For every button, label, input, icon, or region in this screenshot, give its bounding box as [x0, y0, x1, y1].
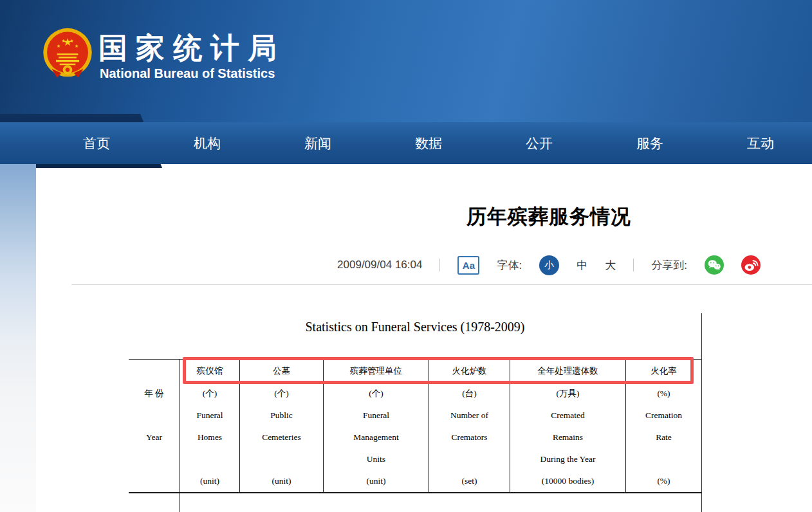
table-cell [129, 360, 180, 383]
table-cell: Cemeteries [240, 426, 323, 448]
nav-items: 首页 机构 新闻 数据 公开 服务 互动 [41, 122, 812, 164]
table-cell: Remains [510, 426, 625, 448]
svg-text:★: ★ [75, 43, 79, 49]
table-cell: Number of [429, 405, 510, 426]
table-cell: (unit) [324, 470, 429, 492]
svg-text:★: ★ [69, 38, 74, 44]
font-size-small-button[interactable]: 小 [539, 255, 559, 275]
nav-item-news[interactable]: 新闻 [263, 122, 373, 164]
table-cell: During the Year [510, 448, 625, 470]
table-cell: Year [129, 426, 180, 448]
site-title-zh[interactable]: 国家统计局 [98, 29, 285, 68]
table-cell: (个) [180, 383, 239, 405]
table-cell: Cremated [510, 405, 625, 426]
table-cell [626, 448, 701, 470]
table-cell [429, 448, 510, 470]
table-cell [129, 448, 180, 470]
table-cell [129, 470, 180, 492]
nav-item-open[interactable]: 公开 [484, 122, 595, 164]
svg-text:★: ★ [61, 38, 66, 44]
nav-item-home[interactable]: 首页 [41, 122, 152, 164]
font-size-medium-button[interactable]: 中 [577, 258, 587, 273]
table-cell: Cremation [626, 405, 701, 426]
font-tool-button[interactable]: Aa [457, 256, 479, 275]
share-label: 分享到: [651, 258, 687, 273]
nav-item-data[interactable]: 数据 [373, 122, 484, 164]
table-cell [180, 448, 239, 470]
table-cell: Management [324, 426, 429, 448]
table-cell: 年 份 [129, 383, 180, 405]
table-cell: (台) [429, 383, 510, 405]
table-cell: Funeral [324, 405, 429, 426]
table-cell: Cremators [429, 426, 510, 448]
site-title-en[interactable]: National Bureau of Statistics [100, 66, 275, 81]
table-cell: (set) [429, 470, 510, 492]
wechat-icon[interactable] [705, 255, 724, 275]
site-header: ★ ★ ★ ★ ★ 国家统计局 National Bureau of Stati… [0, 0, 812, 122]
table-cell: Rate [626, 426, 701, 448]
publish-date: 2009/09/04 16:04 [337, 259, 422, 271]
table-cell: (个) [240, 383, 323, 405]
svg-text:★: ★ [57, 43, 61, 49]
weibo-icon[interactable] [741, 255, 761, 275]
font-size-label: 字体: [497, 258, 522, 273]
table-cell: (unit) [180, 470, 239, 492]
table-cell [240, 448, 323, 470]
table-title: Statistics on Funeral Services (1978-200… [129, 320, 701, 334]
table-cell: (万具) [510, 383, 625, 405]
article-meta-row: 2009/09/04 16:04 Aa 字体: 小 中 大 分享到: [71, 254, 812, 276]
nav-item-interact[interactable]: 互动 [705, 122, 812, 164]
table-cell: (%) [626, 470, 701, 492]
table-right-border [701, 313, 702, 512]
separator [439, 259, 440, 271]
left-gradient-strip [0, 164, 36, 512]
table-cell: (%) [626, 383, 701, 405]
national-emblem-icon[interactable]: ★ ★ ★ ★ ★ [41, 27, 94, 81]
table-column-year: 年 份 Year [129, 360, 180, 492]
table-cell: Homes [180, 426, 239, 448]
table-cell: Funeral [180, 405, 239, 426]
red-highlight-box [183, 357, 694, 384]
font-size-large-button[interactable]: 大 [605, 258, 616, 273]
content-divider [71, 284, 812, 285]
nav-item-services[interactable]: 服务 [595, 122, 705, 164]
table-cell: Public [240, 405, 323, 426]
table-column-divider [180, 493, 180, 512]
table-cell [129, 405, 180, 426]
table-cell: Units [324, 448, 429, 470]
table-cell: (unit) [240, 470, 323, 492]
nav-item-agency[interactable]: 机构 [152, 122, 263, 164]
separator [633, 259, 634, 271]
table-cell: (个) [324, 383, 429, 405]
table-cell: (10000 bodies) [510, 470, 625, 492]
page-title: 历年殡葬服务情况 [71, 203, 812, 230]
